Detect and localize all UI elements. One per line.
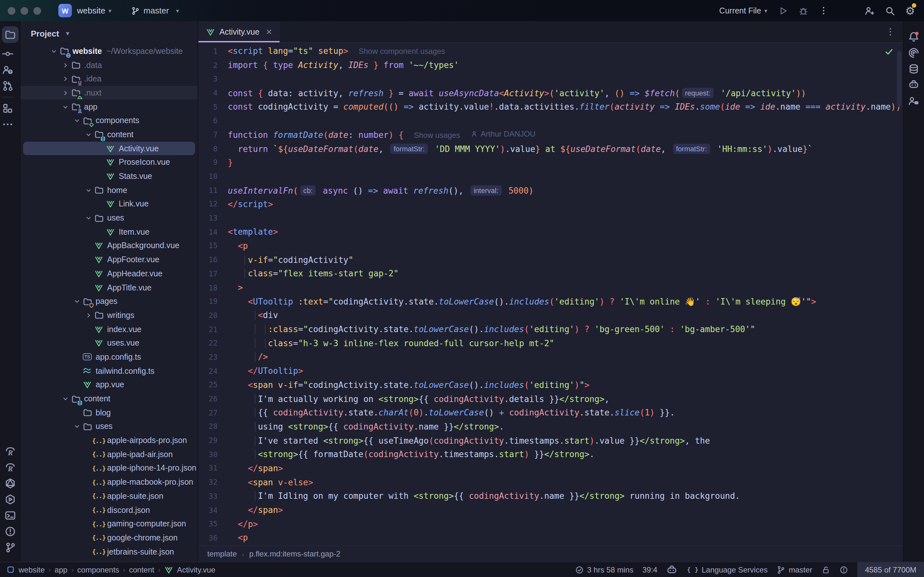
more-actions-button[interactable] <box>819 6 829 15</box>
tree-row-apptitle.vue[interactable]: AppTitle.vue <box>21 280 198 294</box>
code-line-21[interactable]: 21 :class="codingActivity.state.toLowerC… <box>198 322 903 336</box>
notifications-icon[interactable] <box>908 31 919 42</box>
breadcrumb-item[interactable]: template <box>207 550 237 558</box>
tree-row-activity.vue[interactable]: Activity.vue <box>21 142 198 155</box>
chevron-down-icon[interactable] <box>60 103 71 111</box>
language-services-widget[interactable]: { } Language Services <box>687 565 768 574</box>
code-line-2[interactable]: 2import { type Activity, IDEs } from '~~… <box>198 58 903 72</box>
editor-scrollbar[interactable] <box>897 51 901 107</box>
code-line-27[interactable]: 27 {{ codingActivity.state.charAt(0).toL… <box>198 406 903 420</box>
code-line-14[interactable]: 14<template> <box>198 225 903 239</box>
chevron-down-icon[interactable] <box>49 47 59 55</box>
code-line-22[interactable]: 22 class="h-3 w-3 inline-flex rounded-fu… <box>198 336 903 350</box>
tree-row-uses[interactable]: uses <box>21 420 198 434</box>
code-line-35[interactable]: 35 </p> <box>198 517 903 531</box>
project-panel-header[interactable]: Project ▾ <box>21 21 198 42</box>
terminal-icon[interactable] <box>4 510 16 521</box>
code-with-me-icon[interactable] <box>908 95 919 106</box>
code-line-20[interactable]: 20 <div <box>198 308 903 322</box>
tree-row-gaming-computer.json[interactable]: {..}gaming-computer.json <box>21 517 198 531</box>
inspections-ok-icon[interactable] <box>884 47 894 56</box>
code-line-28[interactable]: 28 using <strong>{{ codingActivity.name … <box>198 420 903 434</box>
r-tool-icon[interactable]: R <box>4 446 16 457</box>
database-icon[interactable] <box>908 63 919 74</box>
code-line-24[interactable]: 24 </UTooltip> <box>198 364 903 378</box>
code-line-5[interactable]: 5const codingActivity = computed(() => a… <box>198 100 903 114</box>
tree-row-jetbrains-suite.json[interactable]: {..}jetbrains-suite.json <box>21 545 198 559</box>
tree-row-item.vue[interactable]: Item.vue <box>21 225 198 239</box>
chevron-down-icon[interactable] <box>72 423 82 430</box>
search-everywhere-button[interactable] <box>885 5 895 16</box>
close-window-button[interactable] <box>8 7 15 15</box>
code-line-8[interactable]: 8 return `${useDateFormat(date, formatSt… <box>198 142 903 155</box>
tree-row-discord.json[interactable]: {..}discord.json <box>21 503 198 517</box>
run-button[interactable] <box>778 5 788 16</box>
project-folder-icon[interactable] <box>2 26 18 43</box>
code-line-11[interactable]: 11useIntervalFn(cb: async () => await re… <box>198 183 903 197</box>
tree-row-.nuxt[interactable]: .nuxt <box>21 86 198 100</box>
code-line-17[interactable]: 17 class="flex items-start gap-2" <box>198 267 903 280</box>
notifications-status-icon[interactable] <box>839 565 848 574</box>
commit-icon[interactable] <box>2 48 13 60</box>
tree-row-uses[interactable]: uses <box>21 211 198 225</box>
code-with-me-button[interactable] <box>864 5 875 16</box>
pull-requests-icon[interactable] <box>2 80 13 92</box>
copilot-status-widget[interactable] <box>666 564 678 575</box>
tree-row-app.config.ts[interactable]: TSapp.config.ts <box>21 350 198 364</box>
code-line-1[interactable]: 1<script lang="ts" setup>Show component … <box>198 44 903 58</box>
chevron-down-icon[interactable] <box>83 186 94 194</box>
wakatime-widget[interactable]: 3 hrs 58 mins <box>575 565 633 574</box>
tree-row-.data[interactable]: .data <box>21 58 198 72</box>
chevron-down-icon[interactable] <box>60 395 71 403</box>
tree-row-proseicon.vue[interactable]: ProseIcon.vue <box>21 155 198 169</box>
tree-row-google-chrome.json[interactable]: {..}google-chrome.json <box>21 531 198 545</box>
graphql-icon[interactable] <box>4 478 16 489</box>
code-line-4[interactable]: 4const { data: activity, refresh } = awa… <box>198 86 903 100</box>
tree-row-website[interactable]: website~/Workspace/website <box>21 44 198 58</box>
tree-row-content[interactable]: content <box>21 392 198 406</box>
code-line-7[interactable]: 7function formatDate(date: number) {Show… <box>198 127 903 141</box>
run-configuration-selector[interactable]: Current File▾ <box>719 6 767 15</box>
structure-icon[interactable] <box>2 103 13 114</box>
tree-row-blog[interactable]: blog <box>21 406 198 420</box>
code-line-26[interactable]: 26 I'm actually working on <strong>{{ co… <box>198 392 903 406</box>
run-targets-icon[interactable] <box>4 494 16 505</box>
git-widget[interactable]: master <box>777 565 813 574</box>
code-line-19[interactable]: 19 <UTooltip :text="codingActivity.state… <box>198 295 903 308</box>
more-icon[interactable] <box>2 119 13 130</box>
chevron-down-icon[interactable] <box>72 298 82 305</box>
tree-row-tailwind.config.ts[interactable]: tailwind.config.ts <box>21 364 198 378</box>
tree-row-appheader.vue[interactable]: AppHeader.vue <box>21 267 198 280</box>
chevron-right-icon[interactable] <box>60 61 71 69</box>
ai-assistant-icon[interactable] <box>908 47 919 58</box>
tree-row-pages[interactable]: pages <box>21 295 198 308</box>
git-branch-icon[interactable] <box>4 542 16 553</box>
r-tool2-icon[interactable]: R <box>4 462 16 473</box>
tree-row-content[interactable]: content <box>21 127 198 141</box>
code-line-15[interactable]: 15 <p <box>198 239 903 253</box>
code-line-36[interactable]: 36 <p <box>198 531 903 545</box>
tree-row-app.vue[interactable]: app.vue <box>21 378 198 392</box>
code-line-25[interactable]: 25 <span v-if="codingActivity.state.toLo… <box>198 378 903 392</box>
chevron-right-icon[interactable] <box>60 89 71 97</box>
tree-row-apple-airpods-pro.json[interactable]: {..}apple-airpods-pro.json <box>21 434 198 448</box>
chevron-down-icon[interactable] <box>72 117 82 125</box>
tree-row-stats.vue[interactable]: Stats.vue <box>21 169 198 183</box>
code-line-29[interactable]: 29 I've started <strong>{{ useTimeAgo(co… <box>198 434 903 448</box>
tree-row-writings[interactable]: writings <box>21 308 198 322</box>
memory-indicator[interactable]: 4585 of 7700M <box>857 562 924 577</box>
tree-row-home[interactable]: home <box>21 183 198 197</box>
tree-row-apple-suite.json[interactable]: {..}apple-suite.json <box>21 489 198 503</box>
code-line-12[interactable]: 12</script> <box>198 197 903 211</box>
chevron-down-icon[interactable] <box>83 214 94 222</box>
settings-button[interactable]: ⚙ <box>905 4 915 17</box>
copilot-icon[interactable] <box>908 79 919 90</box>
code-line-30[interactable]: 30 <strong>{{ formatDate(codingActivity.… <box>198 448 903 461</box>
tree-row-appbackground.vue[interactable]: AppBackground.vue <box>21 239 198 253</box>
tree-row-uses.vue[interactable]: uses.vue <box>21 336 198 350</box>
tree-row-apple-macbook-pro.json[interactable]: {..}apple-macbook-pro.json <box>21 475 198 489</box>
code-line-13[interactable]: 13 <box>198 211 903 225</box>
code-line-6[interactable]: 6 <box>198 114 903 127</box>
tree-row-apple-iphone-14-pro.json[interactable]: {..}apple-iphone-14-pro.json <box>21 461 198 475</box>
code-line-9[interactable]: 9} <box>198 155 903 169</box>
